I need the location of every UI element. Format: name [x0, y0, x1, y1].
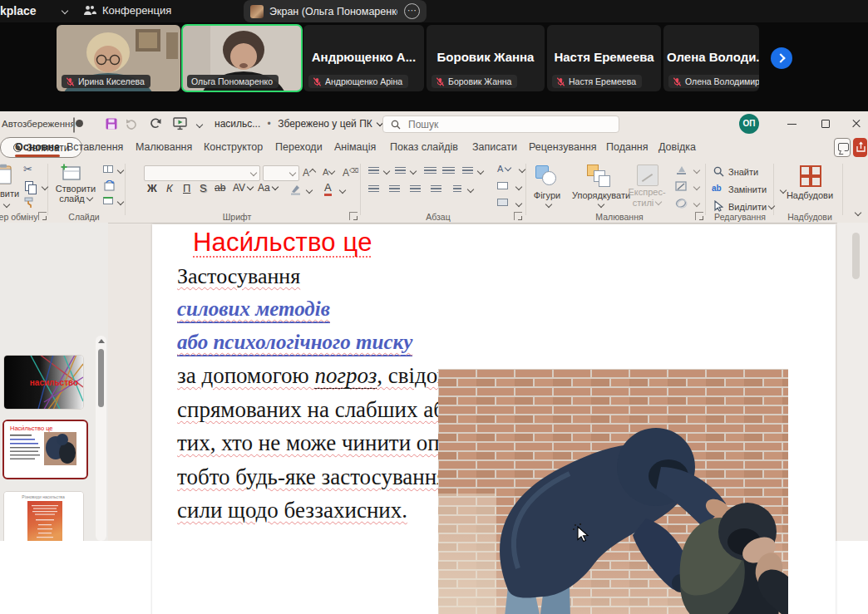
- slide-title[interactable]: Наси́льство це: [193, 228, 372, 258]
- tab-view[interactable]: Подання: [606, 141, 648, 153]
- slide-thumbnail-2-selected[interactable]: Наси́льство це: [2, 420, 88, 479]
- clear-formatting-button[interactable]: А⌫: [343, 167, 358, 179]
- change-case-button[interactable]: Aa: [258, 182, 278, 194]
- bold-button[interactable]: Ж: [147, 182, 157, 194]
- layout-chevron[interactable]: [117, 167, 124, 174]
- numbering-chevron[interactable]: [410, 168, 417, 174]
- decrease-indent-button[interactable]: [424, 167, 436, 175]
- italic-button[interactable]: К: [166, 182, 173, 194]
- smartart-chevron[interactable]: [515, 200, 522, 207]
- shapes-button[interactable]: [534, 165, 559, 188]
- new-slide-button[interactable]: Створити слайд: [52, 184, 100, 204]
- paste-menu-chevron[interactable]: [3, 201, 10, 208]
- search-box[interactable]: [382, 115, 619, 133]
- tab-record[interactable]: Записати: [472, 141, 517, 153]
- line-spacing-button[interactable]: [462, 167, 473, 175]
- columns-button[interactable]: [453, 185, 461, 194]
- replace-button[interactable]: Замінити: [728, 184, 767, 194]
- arrange-button[interactable]: [587, 165, 610, 186]
- align-left-button[interactable]: [368, 185, 379, 194]
- section-chevron[interactable]: [117, 199, 124, 205]
- thumbnails-scrollbar[interactable]: [96, 336, 106, 541]
- autosave-toggle[interactable]: [73, 117, 75, 133]
- tab-insert[interactable]: Вставлення: [67, 141, 123, 153]
- addins-button[interactable]: [800, 165, 820, 185]
- font-color-chevron[interactable]: [339, 187, 346, 194]
- search-input[interactable]: [407, 118, 576, 131]
- tab-review[interactable]: Рецензування: [529, 141, 596, 153]
- tab-transitions[interactable]: Переходи: [275, 141, 323, 153]
- section-button[interactable]: [103, 197, 113, 204]
- slideshow-icon[interactable]: [173, 117, 187, 130]
- tab-draw[interactable]: Малювання: [136, 141, 192, 153]
- cut-button[interactable]: ✂: [23, 163, 32, 175]
- strikethrough-button[interactable]: ab: [215, 182, 225, 194]
- undo-icon[interactable]: [125, 118, 138, 130]
- align-right-button[interactable]: [410, 185, 421, 194]
- shape-fill-button[interactable]: [675, 165, 688, 175]
- slide-canvas[interactable]: Наси́льство це Застосування силових мето…: [152, 224, 836, 614]
- participant-tile[interactable]: Настя Еремеева Настя Еремеева: [547, 25, 661, 91]
- slide-thumbnail-1[interactable]: насильство: [4, 356, 83, 409]
- numbering-button[interactable]: [395, 167, 406, 175]
- drawing-dialog-launcher[interactable]: [695, 212, 703, 220]
- next-participants-button[interactable]: [771, 47, 792, 69]
- clipboard-dialog-launcher[interactable]: [38, 212, 47, 220]
- copy-button[interactable]: [25, 181, 33, 191]
- slide-area-scroll-strip[interactable]: [837, 223, 868, 541]
- highlight-color-button[interactable]: [289, 184, 303, 195]
- increase-indent-button[interactable]: [442, 167, 455, 175]
- text-shadow-button[interactable]: S: [200, 182, 207, 194]
- slide-layout-button[interactable]: [103, 165, 113, 173]
- slide-link-2[interactable]: або психологічного тиску: [177, 331, 412, 356]
- minimize-button[interactable]: [777, 111, 806, 136]
- sort-button[interactable]: A: [497, 164, 510, 174]
- font-name-combobox[interactable]: [144, 165, 260, 181]
- more-options-icon[interactable]: ⋯: [404, 3, 420, 19]
- slide-paragraph-1[interactable]: Застосування: [177, 264, 300, 289]
- screen-share-tab[interactable]: Экран (Ольга Пономаренко) ⋯: [244, 0, 427, 22]
- paragraph-dialog-launcher[interactable]: [514, 212, 522, 220]
- collapse-ribbon-chevron[interactable]: [855, 209, 861, 216]
- slide-photo-violence[interactable]: [438, 369, 788, 614]
- text-direction-button[interactable]: [497, 182, 508, 189]
- quick-styles-button[interactable]: [637, 165, 658, 186]
- reset-slide-button[interactable]: [103, 180, 115, 191]
- font-color-button[interactable]: А: [324, 181, 332, 196]
- highlight-chevron[interactable]: [306, 187, 313, 194]
- slide-link-1[interactable]: силових методів: [177, 297, 330, 323]
- align-center-button[interactable]: [389, 185, 400, 194]
- tab-help[interactable]: Довідка: [658, 141, 696, 153]
- scroll-up-arrow[interactable]: [98, 339, 105, 343]
- workspace-selector[interactable]: kplace: [0, 4, 67, 17]
- restore-button[interactable]: [811, 111, 839, 136]
- underline-button[interactable]: П: [183, 182, 190, 194]
- shape-effects-button[interactable]: [675, 198, 688, 209]
- convert-smartart-button[interactable]: [497, 199, 508, 206]
- scrollbar-thumb[interactable]: [98, 349, 104, 407]
- shape-outline-button[interactable]: [675, 181, 688, 192]
- justify-button[interactable]: [431, 185, 441, 194]
- participant-tile-active-speaker[interactable]: Ольга Пономаренко: [182, 25, 302, 91]
- redo-icon[interactable]: [150, 117, 162, 130]
- sort-chevron[interactable]: [519, 166, 525, 173]
- canvas-scrollbar-thumb[interactable]: [852, 233, 860, 279]
- participant-tile-video[interactable]: Ирина Киселева: [57, 25, 180, 91]
- character-spacing-button[interactable]: AV: [233, 182, 253, 194]
- paste-label-partial[interactable]: вити: [0, 189, 19, 199]
- format-painter-button[interactable]: [23, 197, 35, 209]
- bullets-chevron[interactable]: [383, 168, 390, 174]
- share-button[interactable]: [853, 138, 867, 157]
- account-badge[interactable]: ОП: [739, 114, 759, 134]
- quick-access-more-icon[interactable]: [196, 121, 203, 128]
- close-button[interactable]: [842, 111, 868, 136]
- grow-font-button[interactable]: A: [303, 167, 315, 179]
- line-spacing-chevron[interactable]: [477, 168, 484, 174]
- select-button[interactable]: Виділити: [728, 202, 774, 212]
- columns-chevron[interactable]: [467, 186, 474, 193]
- find-button[interactable]: Знайти: [728, 167, 758, 177]
- shape-outline-chevron[interactable]: [693, 184, 700, 190]
- participant-tile[interactable]: Андрющенко А... Андрющенко Аріна: [303, 25, 424, 91]
- slide-thumbnail-3[interactable]: Різновиди насильства: [4, 492, 83, 541]
- tab-slideshow[interactable]: Показ слайдів: [390, 141, 458, 153]
